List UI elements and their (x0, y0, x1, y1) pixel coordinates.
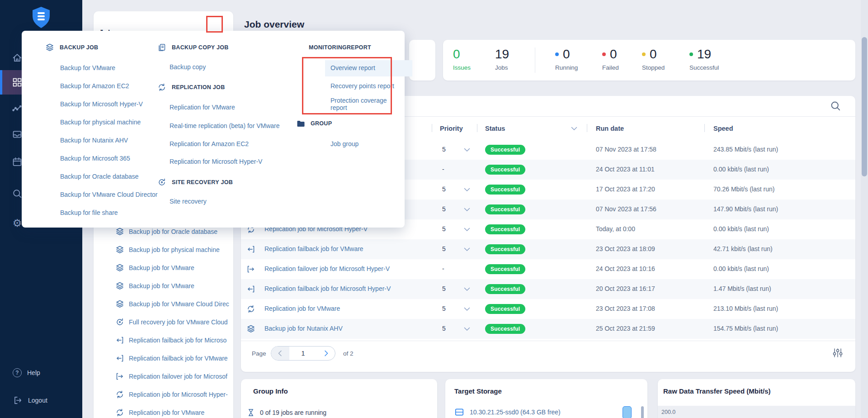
list-item[interactable]: Full recovery job for VMware Cloud (94, 313, 233, 331)
list-item[interactable]: Backup job for VMware (94, 259, 233, 277)
run-date: 25 Oct 2023 at 21:59 (596, 325, 655, 332)
stat-running: 0 Running (555, 47, 578, 71)
home-icon[interactable] (12, 52, 23, 63)
target-storage-link[interactable]: 10.30.21.25-ssd0 (64.3 GB free) (470, 408, 561, 416)
table-row[interactable]: Replication failover job for Microsoft H… (241, 259, 855, 279)
settings-gear-icon[interactable]: ⚙ (12, 218, 23, 228)
job-link: Replication job for VMware (129, 409, 204, 416)
list-item[interactable]: Backup job for VMware Cloud Direc (94, 295, 233, 313)
column-divider (432, 124, 432, 132)
priority-chevron-icon[interactable] (464, 287, 470, 291)
priority-chevron-icon[interactable] (464, 148, 470, 152)
run-date: 23 Oct 2023 at 18:09 (596, 245, 655, 252)
menu-item-backup-copy[interactable]: Backup copy (170, 62, 206, 72)
menu-item-backup-fileshare[interactable]: Backup for file share (60, 208, 118, 218)
list-item[interactable]: Replication job for Microsoft Hyper- (94, 385, 233, 404)
priority-chevron-icon[interactable] (464, 208, 470, 212)
priority-chevron-icon[interactable] (464, 228, 470, 232)
page-scrollbar[interactable] (861, 0, 868, 418)
partially-hidden-card (409, 40, 435, 81)
priority-value: 5 (442, 245, 446, 252)
analytics-icon[interactable] (12, 103, 23, 114)
table-search-icon[interactable] (830, 100, 841, 112)
job-name-link[interactable]: Backup job for Nutanix AHV (264, 325, 343, 332)
dashboard-grid-icon[interactable] (12, 77, 23, 88)
job-name-link[interactable]: Replication failback job for VMware (264, 245, 363, 252)
help-button[interactable]: ? Help (13, 367, 40, 378)
pagination-row: Page 1 of 2 (241, 341, 855, 372)
menu-item-backup-vmware[interactable]: Backup for VMware (60, 63, 115, 73)
menu-item-backup-nutanix[interactable]: Backup for Nutanix AHV (60, 135, 128, 145)
list-item[interactable]: Replication failback job for VMware (94, 349, 233, 367)
search-icon[interactable] (12, 188, 23, 199)
priority-chevron-icon[interactable] (464, 247, 470, 252)
card-scrollbar[interactable] (641, 406, 644, 418)
table-row[interactable]: Replication failback job for VMware5Succ… (241, 239, 855, 259)
job-link: Backup job for Oracle database (129, 228, 217, 235)
current-page-input[interactable]: 1 (289, 347, 317, 360)
failback-job-icon (246, 285, 255, 294)
menu-item-backup-hyperv[interactable]: Backup for Microsoft Hyper-V (60, 99, 143, 109)
job-name-link[interactable]: Replication failback job for Microsoft H… (264, 285, 391, 292)
status-badge: Successful (485, 165, 525, 175)
calendar-icon[interactable] (12, 157, 23, 167)
job-name-link[interactable]: Replication failover job for Microsoft H… (264, 265, 390, 272)
column-header-status[interactable]: Status (485, 125, 505, 132)
help-label: Help (27, 369, 40, 376)
status-filter-chevron-icon[interactable] (571, 127, 577, 131)
list-item[interactable]: Replication failback job for Microso (94, 331, 233, 349)
filter-sliders-icon[interactable] (832, 347, 843, 358)
menu-item-replication-ec2[interactable]: Replication for Amazon EC2 (170, 139, 249, 149)
run-date: 23 Oct 2023 at 17:08 (596, 305, 655, 312)
column-header-priority[interactable]: Priority (440, 125, 463, 132)
hourglass-icon (246, 408, 255, 417)
priority-value: 5 (442, 285, 446, 292)
table-row[interactable]: Backup job for Nutanix AHV5Successful25 … (241, 319, 855, 339)
table-row[interactable]: Replication job for VMware5Successful23 … (241, 299, 855, 319)
menu-item-replication-hyperv[interactable]: Replication for Microsoft Hyper-V (170, 157, 262, 166)
folder-icon (296, 119, 305, 128)
inbox-icon[interactable] (12, 129, 23, 140)
menu-item-realtime-replication[interactable]: Real-time replication (beta) for VMware (170, 121, 280, 131)
menu-item-backup-physical[interactable]: Backup for physical machine (60, 117, 141, 127)
menu-item-backup-oracle[interactable]: Backup for Oracle database (60, 171, 139, 181)
list-item[interactable]: Replication failover job for Microsof (94, 367, 233, 385)
replication-job-icon (115, 408, 124, 417)
prev-page-button[interactable] (271, 347, 289, 360)
total-pages-label: of 2 (343, 350, 354, 357)
running-dot-icon (555, 52, 559, 56)
column-header-run-date[interactable]: Run date (596, 125, 624, 132)
menu-item-backup-amazon-ec2[interactable]: Backup for Amazon EC2 (60, 81, 129, 91)
job-name-link[interactable]: Replication job for VMware (264, 305, 340, 312)
priority-value: 5 (442, 185, 446, 193)
run-date: 20 Oct 2023 at 16:17 (596, 285, 655, 292)
menu-item-recovery-points-report[interactable]: Recovery points report (330, 81, 394, 91)
menu-item-overview-report[interactable]: Overview report (330, 63, 375, 73)
speed-value: 213.10 Mbit/s (last run) (713, 305, 778, 312)
list-item[interactable]: Replication job for VMware (94, 404, 233, 418)
list-item[interactable]: Backup job for VMware (94, 277, 233, 295)
column-header-speed[interactable]: Speed (713, 125, 733, 132)
menu-item-replication-vmware[interactable]: Replication for VMware (170, 102, 235, 112)
priority-chevron-icon[interactable] (464, 307, 470, 311)
run-date: 17 Oct 2023 at 17:20 (596, 185, 655, 193)
menu-item-job-group[interactable]: Job group (330, 139, 359, 149)
logout-button[interactable]: Logout (13, 395, 47, 406)
menu-item-backup-m365[interactable]: Backup for Microsoft 365 (60, 153, 130, 163)
speed-value: 1.47 Mbit/s (last run) (713, 285, 771, 292)
priority-chevron-icon[interactable] (464, 327, 470, 331)
next-page-button[interactable] (317, 347, 335, 360)
menu-item-backup-vcd[interactable]: Backup for VMware Cloud Director (60, 190, 158, 200)
scrollbar-thumb[interactable] (862, 37, 867, 176)
list-item[interactable]: Backup job for physical machine (94, 241, 233, 259)
menu-item-site-recovery[interactable]: Site recovery (170, 196, 207, 206)
stopped-dot-icon (642, 52, 646, 56)
table-row[interactable]: Replication failback job for Microsoft H… (241, 279, 855, 299)
pager-control: 1 (271, 346, 335, 361)
menu-item-protection-coverage-report[interactable]: Protection coverage report (330, 99, 405, 109)
stat-stopped: 0 Stopped (642, 47, 665, 71)
priority-chevron-icon[interactable] (464, 188, 470, 192)
replication-job-icon (115, 390, 124, 399)
stat-issues[interactable]: 0 Issues (453, 47, 471, 71)
create-job-dropdown-menu: BACKUP JOB Backup for VMware Backup for … (22, 31, 405, 228)
